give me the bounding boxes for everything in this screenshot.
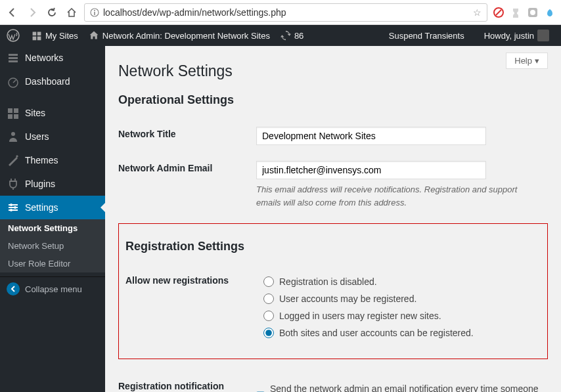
sidebar-item-themes[interactable]: Themes [0,148,105,172]
svg-point-1 [94,10,95,11]
suspend-transients[interactable]: Suspend Transients [384,31,470,41]
admin-email-description: This email address will receive notifica… [256,183,539,209]
chevron-down-icon: ▾ [535,56,539,66]
url-bar[interactable]: localhost/dev/wp-admin/network/settings.… [84,3,487,22]
collapse-icon [7,282,20,295]
section-registration-settings: Registration Settings [125,240,541,253]
sidebar-item-label: Sites [25,108,45,118]
howdy-label: Howdy, justin [484,31,534,41]
reg-option-user-accounts[interactable]: User accounts may be registered. [263,290,534,307]
updates-menu[interactable]: 86 [275,30,309,41]
forward-button[interactable] [25,5,39,20]
registration-notification-option[interactable]: Send the network admin an email notifica… [256,379,541,392]
sidebar-item-networks[interactable]: Networks [0,46,105,70]
network-title-input[interactable] [256,127,486,145]
collapse-label: Collapse menu [25,284,82,294]
registration-settings-highlight: Registration Settings Allow new registra… [118,223,548,359]
main-content: Help ▾ Network Settings Operational Sett… [105,46,561,392]
allow-registrations-label: Allow new registrations [125,265,257,349]
network-admin-label: Network Admin: Development Network Sites [102,31,270,41]
my-sites-menu[interactable]: My Sites [26,30,83,41]
sidebar-item-label: Themes [25,155,58,165]
reg-radio-both[interactable] [263,328,274,338]
svg-point-14 [10,209,12,211]
wp-admin-bar: My Sites Network Admin: Development Netw… [0,25,561,46]
admin-email-label: Network Admin Email [118,153,250,217]
reload-button[interactable] [45,5,59,20]
registration-notification-label: Registration notification [118,371,250,392]
howdy-menu[interactable]: Howdy, justin [479,30,554,41]
network-admin-menu[interactable]: Network Admin: Development Network Sites [83,30,275,41]
bookmark-star-icon[interactable]: ☆ [473,7,482,18]
dashboard-icon [7,75,20,88]
sidebar-item-users[interactable]: Users [0,125,105,148]
extension-icon-4[interactable] [544,7,556,18]
themes-icon [7,154,20,167]
sidebar-item-plugins[interactable]: Plugins [0,172,105,196]
submenu-network-settings[interactable]: Network Settings [0,219,105,237]
extension-icon-2[interactable] [510,7,522,18]
url-text: localhost/dev/wp-admin/network/settings.… [103,7,286,18]
plugins-icon [7,177,20,190]
my-sites-label: My Sites [45,31,78,41]
settings-icon [7,201,20,214]
extension-icons [493,7,556,18]
reg-radio-users[interactable] [263,294,274,304]
reg-radio-disabled[interactable] [263,276,274,287]
site-info-icon[interactable] [90,8,99,17]
network-title-label: Network Title [118,119,250,153]
sidebar-item-label: Users [25,131,49,142]
page-title: Network Settings [118,62,548,80]
sidebar-item-label: Plugins [25,179,55,189]
wp-logo-icon[interactable] [7,29,20,42]
updates-icon [280,30,291,41]
updates-count: 86 [294,31,303,41]
extension-icon-3[interactable] [527,7,539,18]
help-tab[interactable]: Help ▾ [506,53,548,69]
submenu-network-setup[interactable]: Network Setup [0,237,105,255]
section-operational-settings: Operational Settings [118,93,548,107]
reg-option-disabled[interactable]: Registration is disabled. [263,273,534,290]
sidebar-item-label: Settings [25,202,58,213]
extension-icon-1[interactable] [493,7,505,18]
svg-point-12 [10,204,12,206]
sidebar-item-settings[interactable]: Settings [0,196,105,219]
submenu-user-role-editor[interactable]: User Role Editor [0,255,105,272]
reg-radio-logged-in[interactable] [263,311,274,321]
sites-icon [32,30,42,41]
sites-admin-icon [7,106,20,120]
svg-point-5 [530,10,535,15]
reg-option-logged-in-sites[interactable]: Logged in users may register new sites. [263,307,534,324]
sidebar-item-dashboard[interactable]: Dashboard [0,70,105,93]
svg-point-13 [14,206,16,209]
networks-icon [7,51,20,64]
sidebar-item-label: Networks [25,53,63,63]
home-icon [89,30,99,41]
svg-rect-2 [94,12,95,15]
back-button[interactable] [5,5,20,20]
admin-email-input[interactable] [256,161,486,179]
users-icon [7,130,20,143]
settings-submenu: Network Settings Network Setup User Role… [0,219,105,272]
home-button[interactable] [64,5,79,20]
admin-sidebar: Networks Dashboard Sites Users Themes Pl… [0,46,105,392]
svg-point-8 [11,132,15,136]
sidebar-item-label: Dashboard [25,76,70,87]
browser-toolbar: localhost/dev/wp-admin/network/settings.… [0,0,561,25]
sidebar-item-sites[interactable]: Sites [0,101,105,125]
avatar [537,30,549,41]
collapse-menu[interactable]: Collapse menu [0,276,105,301]
reg-option-both[interactable]: Both sites and user accounts can be regi… [263,324,534,341]
